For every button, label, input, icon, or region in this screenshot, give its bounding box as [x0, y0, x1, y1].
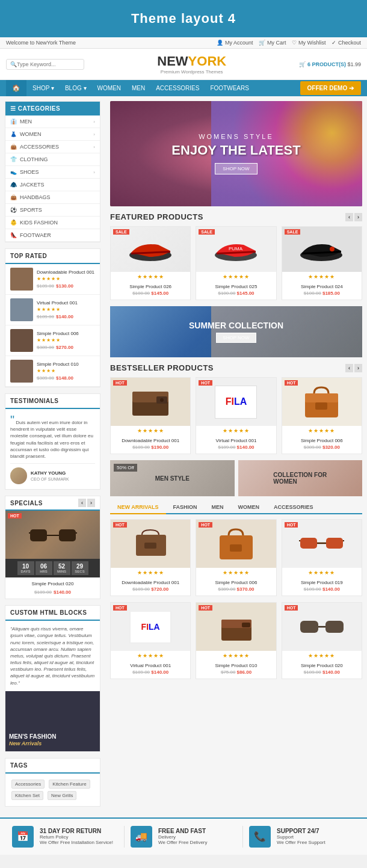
tag-accessories[interactable]: Accessories: [11, 780, 45, 789]
specials-next[interactable]: ›: [87, 499, 95, 507]
offer-button[interactable]: OFFER DEMO ➔: [300, 81, 361, 95]
cat-clothing[interactable]: 👕CLOTHING: [5, 153, 100, 166]
featured-title: FEATURED PRODUCTS ‹ ›: [110, 212, 362, 221]
cat-kids[interactable]: 👶KIDS FASHION: [5, 217, 100, 229]
product-new-price-3: $185.00: [322, 291, 340, 296]
arrival-product-5[interactable]: HOT ★★★★★ Simple Product 010 $75.00 $86.…: [196, 602, 276, 679]
bestseller-old-3: $389.00: [304, 445, 321, 450]
countdown-mins: 52: [58, 563, 65, 570]
feature-delivery: 🚚 FREE AND FAST Delivery We Offer Free D…: [125, 826, 243, 848]
svg-rect-21: [300, 538, 317, 549]
bestseller-badge-1: HOT: [113, 380, 127, 386]
men-banner[interactable]: 50% Off MEN STYLE: [110, 460, 235, 496]
bestseller-product-1[interactable]: HOT ★★★★★ Downloadable Product 001 $189.…: [110, 377, 191, 454]
nav-women[interactable]: WOMEN: [93, 81, 126, 96]
rated-item-2[interactable]: Virtual Product 001 ★★★★★ $189.00 $140.0…: [5, 295, 100, 325]
testimonial-box: " Duis autem vel eum iriure dolor in hen…: [5, 409, 100, 489]
bestseller-next[interactable]: ›: [354, 364, 362, 372]
product-badge-1: SALE: [113, 229, 129, 235]
tab-new-arrivals[interactable]: NEW ARRIVALS: [110, 501, 166, 514]
arrival-badge-2: HOT: [199, 522, 212, 528]
cat-men[interactable]: 👔MEN›: [5, 115, 100, 128]
bestseller-product-3[interactable]: HOT ★★★★★ Simple Product 006 $389.00 $32…: [282, 377, 362, 454]
featured-product-1[interactable]: SALE ★★★★★ Simple Product 026 $100.00 $1…: [110, 226, 191, 300]
tab-women[interactable]: WOMEN: [231, 501, 267, 514]
summer-banner[interactable]: SUMMER COLLECTION SHOP NOW: [110, 306, 362, 357]
svg-rect-29: [300, 621, 318, 633]
nav-shop[interactable]: SHOP ▾: [28, 81, 59, 96]
rated-item-3[interactable]: Simple Product 006 ★★★★★ $389.00 $270.00: [5, 325, 100, 356]
featured-next[interactable]: ›: [354, 213, 362, 221]
svg-rect-15: [305, 393, 338, 402]
hero-subtitle: WOMENS STYLE: [171, 133, 300, 140]
svg-rect-20: [230, 544, 242, 552]
arrival-product-1[interactable]: HOT ★★★★★ Downloadable Product 001 $189.…: [110, 519, 191, 596]
categories-header: ☰ CATEGORIES: [5, 102, 100, 115]
featured-prev[interactable]: ‹: [345, 213, 353, 221]
site-logo[interactable]: NEWYORK Premium Wordpress Themes: [157, 54, 226, 75]
cat-accessories[interactable]: 👜ACCESSORIES›: [5, 141, 100, 153]
tab-fashion[interactable]: FASHION: [166, 501, 205, 514]
women-banner[interactable]: Collection for WOMEN: [238, 460, 363, 496]
testimonials-section: TESTIMONIALS " Duis autem vel eum iriure…: [5, 393, 100, 490]
author-avatar: [10, 467, 27, 484]
arrival-badge-6: HOT: [285, 605, 298, 611]
nav-accessories[interactable]: ACCESSORIES: [151, 81, 204, 96]
specials-prev[interactable]: ‹: [78, 499, 86, 507]
featured-product-2[interactable]: SALE PUMA ★★★★★ Simple Product 025 $100.…: [196, 226, 276, 300]
account-link[interactable]: 👤 My Account: [217, 40, 253, 46]
cart-info[interactable]: 🛒 6 PRODUCT(S) $1.99: [299, 61, 361, 67]
categories-section: ☰ CATEGORIES 👔MEN› 👗WOMEN› 👜ACCESSORIES›…: [5, 101, 100, 242]
cat-footwear[interactable]: 👠FOOTWAER: [5, 229, 100, 242]
checkout-link[interactable]: ✓ Checkout: [332, 40, 361, 46]
cat-jackets[interactable]: 🧥JACKETS: [5, 179, 100, 191]
banner-text: SUMMER COLLECTION SHOP NOW: [189, 321, 283, 343]
tag-kitchen-set[interactable]: Kitchen Set: [11, 791, 43, 800]
rated-item-4[interactable]: Simple Product 010 ★★★★ $389.00 $148.00: [5, 356, 100, 387]
hero-slider[interactable]: WOMENS STYLE ENJOY THE LATEST SHOP NOW: [110, 101, 362, 206]
arrival-product-4[interactable]: HOT FILA ★★★★★ Virtual Product 001 $189.…: [110, 602, 191, 679]
product-stars-1: ★★★★★: [111, 272, 190, 282]
tag-new-grills[interactable]: New Grills: [48, 791, 76, 800]
summer-title: SUMMER COLLECTION: [189, 321, 283, 330]
cat-sports[interactable]: ⚽SPORTS: [5, 204, 100, 217]
countdown-days: 10: [22, 563, 29, 570]
feature-return: 📅 31 DAY FOR RETURN Return Policy We Off…: [6, 826, 125, 848]
rated-thumb-3: [10, 329, 33, 352]
cat-shoes[interactable]: 👟SHOES›: [5, 166, 100, 179]
featured-product-3[interactable]: SALE ★★★★★ Simple Product 024 $100.00 $1…: [282, 226, 362, 300]
nav-men[interactable]: MEN: [127, 81, 150, 96]
product-old-price-2: $100.00: [218, 291, 235, 296]
cat-handbags[interactable]: 👜HANDBAGS: [5, 191, 100, 204]
tab-men[interactable]: MEN: [205, 501, 231, 514]
arrival-stars-6: ★★★★★: [282, 651, 362, 660]
nav-blog[interactable]: BLOG ▾: [60, 81, 91, 96]
tab-accessories[interactable]: ACCESSORIES: [267, 501, 321, 514]
arrival-product-2[interactable]: HOT ★★★★★ Simple Product 006 $389.00 $37…: [196, 519, 276, 596]
search-box[interactable]: 🔍: [6, 59, 84, 70]
svg-rect-28: [242, 623, 250, 627]
arrival-product-3[interactable]: HOT ★★★★★ Simple Product 019 $189.00 $14…: [282, 519, 362, 596]
search-input[interactable]: [17, 61, 77, 67]
return-sub1: Return Policy: [40, 834, 113, 840]
wishlist-link[interactable]: ♡ My Wishlist: [292, 40, 325, 46]
nav-footwears[interactable]: FOOTWEARS: [205, 81, 253, 96]
tag-kitchen-feature[interactable]: Kitchen Feature: [49, 780, 90, 789]
bestseller-name-2: Virtual Product 001: [199, 438, 273, 443]
rated-item-1[interactable]: Downloadable Product 001 ★★★★★ $189.00 $…: [5, 264, 100, 295]
hero-shop-button[interactable]: SHOP NOW: [215, 163, 257, 174]
product-name-1: Simple Product 026: [113, 284, 188, 289]
cart-link[interactable]: 🛒 My Cart: [259, 40, 286, 46]
logo-new: NEW: [157, 54, 188, 69]
bestseller-prev[interactable]: ‹: [345, 364, 353, 372]
bestseller-product-2[interactable]: HOT FILA ★★★★★ Virtual Product 001 $189.…: [196, 377, 276, 454]
arrival-product-6[interactable]: HOT ★★★★★ Simple Product 020 $189.00 $14…: [282, 602, 362, 679]
arrival-stars-5: ★★★★★: [196, 651, 276, 660]
special-product-img: HOT: [5, 511, 100, 559]
summer-shop-btn[interactable]: SHOP NOW: [216, 333, 256, 343]
main-layout: ☰ CATEGORIES 👔MEN› 👗WOMEN› 👜ACCESSORIES›…: [0, 96, 367, 817]
featured-nav: ‹ ›: [345, 213, 362, 221]
svg-text:PUMA: PUMA: [229, 246, 243, 251]
nav-home[interactable]: 🏠: [6, 80, 26, 96]
cat-women[interactable]: 👗WOMEN›: [5, 128, 100, 141]
